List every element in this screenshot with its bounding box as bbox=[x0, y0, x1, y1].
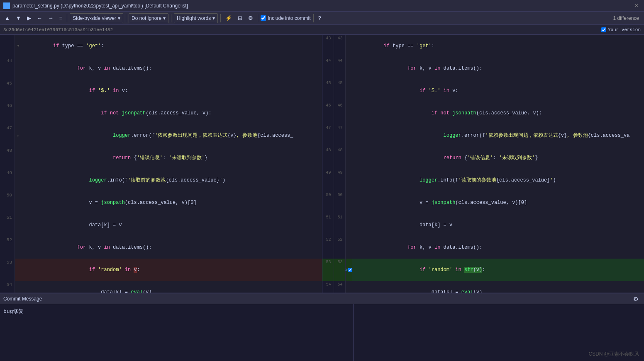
table-row: 48 48 return {'错误信息': '未读取到参数'} bbox=[322, 147, 644, 169]
line-marker: ▸ bbox=[15, 124, 22, 147]
line-number-left: 51 bbox=[322, 214, 334, 236]
line-content: return {'错误信息': '未读取到参数'} bbox=[22, 147, 322, 169]
line-number: 45 bbox=[0, 80, 15, 102]
ignore-label: Do not ignore bbox=[132, 15, 161, 21]
highlight-label: Highlight words bbox=[177, 15, 211, 21]
line-number: 53 bbox=[0, 259, 15, 281]
line-marker bbox=[15, 80, 22, 102]
your-version-label: Your version bbox=[601, 27, 641, 32]
line-content: for k, v in data.items(): bbox=[22, 236, 322, 259]
line-marker bbox=[15, 214, 22, 236]
line-number-left: 44 bbox=[322, 57, 334, 80]
viewer-label: Side-by-side viewer bbox=[73, 15, 116, 21]
table-row: 52 for k, v in data.items(): bbox=[0, 236, 322, 259]
line-number-left: 53 bbox=[322, 259, 334, 281]
line-content: if '$.' in v: bbox=[352, 80, 644, 102]
left-code-area[interactable]: ▼ if type == 'get': 44 for k, v in data.… bbox=[0, 35, 322, 293]
table-row: 48 return {'错误信息': '未读取到参数'} bbox=[0, 147, 322, 169]
line-number: 50 bbox=[0, 191, 15, 214]
table-row: 47 47 logger.error(f'依赖参数出现问题，依赖表达式{v}, … bbox=[322, 124, 644, 147]
line-marker bbox=[346, 57, 352, 80]
line-number-right: 43 bbox=[334, 35, 346, 57]
line-marker bbox=[15, 147, 22, 169]
table-row: 45 if '$.' in v: bbox=[0, 80, 322, 102]
line-number: 44 bbox=[0, 57, 15, 80]
line-marker bbox=[346, 80, 352, 102]
arrow-right-button[interactable]: → bbox=[46, 13, 56, 23]
your-version-checkbox[interactable] bbox=[601, 27, 606, 32]
line-marker bbox=[346, 281, 352, 293]
divider-3 bbox=[171, 14, 171, 22]
divider-4 bbox=[220, 14, 221, 22]
line-number: 49 bbox=[0, 169, 15, 191]
commit-body: bug修复 bbox=[0, 304, 644, 361]
line-number: 48 bbox=[0, 147, 15, 169]
nav-up-button[interactable]: ▲ bbox=[2, 13, 12, 23]
divider-5 bbox=[258, 14, 258, 22]
nav-right-button[interactable]: ▶ bbox=[25, 13, 33, 23]
menu-button[interactable]: ≡ bbox=[57, 13, 65, 23]
line-number-left: 46 bbox=[322, 102, 334, 124]
line-content: if '$.' in v: bbox=[22, 80, 322, 102]
line-content: if not jsonpath(cls.access_value, v): bbox=[352, 102, 644, 124]
include-commit-input[interactable] bbox=[261, 15, 266, 21]
info-bar: 3d35d6efc0421eaf0796716c513aa91b31ee1482… bbox=[0, 25, 644, 35]
commit-header: Commit Message ⚙ bbox=[0, 293, 644, 304]
help-button[interactable]: ? bbox=[316, 13, 323, 23]
line-number-right: 46 bbox=[334, 102, 346, 124]
settings-icon[interactable]: ⚙ bbox=[246, 13, 255, 23]
commit-settings-button[interactable]: ⚙ bbox=[631, 294, 641, 304]
table-row: 54 data[k] = eval(v) bbox=[0, 281, 322, 293]
line-content: v = jsonpath(cls.access_value, v)[0] bbox=[22, 191, 322, 214]
table-row: 52 52 for k, v in data.items(): bbox=[322, 236, 644, 259]
commit-header-title: Commit Message bbox=[3, 296, 42, 302]
viewer-dropdown[interactable]: Side-by-side viewer ▾ bbox=[70, 13, 123, 23]
line-number-right: 44 bbox=[334, 57, 346, 80]
line-marker bbox=[346, 124, 352, 147]
table-row: 51 data[k] = v bbox=[0, 214, 322, 236]
ignore-dropdown[interactable]: Do not ignore ▾ bbox=[129, 13, 168, 23]
line-marker bbox=[15, 281, 22, 293]
commit-message-input[interactable]: bug修复 bbox=[0, 304, 354, 361]
line-content: if type == 'get': bbox=[352, 35, 644, 57]
table-row: 49 49 logger.info(f'读取前的参数池{cls.access_v… bbox=[322, 169, 644, 191]
line-content: for k, v in data.items(): bbox=[22, 57, 322, 80]
highlight-dropdown[interactable]: Highlight words ▾ bbox=[174, 13, 218, 23]
line-content: if not jsonpath(cls.access_value, v): bbox=[22, 102, 322, 124]
line-number: 46 bbox=[0, 102, 15, 124]
table-row: 44 for k, v in data.items(): bbox=[0, 57, 322, 80]
line-number bbox=[0, 35, 15, 57]
line-number-left: 45 bbox=[322, 80, 334, 102]
line-number-right: 54 bbox=[334, 281, 346, 293]
table-row: 54 54 data[k] = eval(v) bbox=[322, 281, 644, 293]
arrow-left-button[interactable]: ← bbox=[35, 13, 44, 23]
table-row: 47 ▸ logger.error(f'依赖参数出现问题，依赖表达式{v}, 参… bbox=[0, 124, 322, 147]
line-marker: » bbox=[346, 259, 352, 281]
main-content: ▼ if type == 'get': 44 for k, v in data.… bbox=[0, 35, 644, 293]
line-content: if type == 'get': bbox=[22, 35, 322, 57]
line-marker bbox=[346, 147, 352, 169]
line-content: return {'错误信息': '未读取到参数'} bbox=[352, 147, 644, 169]
include-commit-label: Include into commit bbox=[268, 15, 310, 21]
table-row: 50 50 v = jsonpath(cls.access_value, v)[… bbox=[322, 191, 644, 214]
line-number-left: 50 bbox=[322, 191, 334, 214]
line-content: data[k] = eval(v) bbox=[352, 281, 644, 293]
line-number: 54 bbox=[0, 281, 15, 293]
line-marker bbox=[15, 259, 22, 281]
include-commit-checkbox[interactable]: Include into commit bbox=[261, 15, 310, 21]
watermark: CSDN @亚索不会吹风 bbox=[588, 351, 639, 358]
line-marker bbox=[346, 102, 352, 124]
window-title: parameter_setting.py (D:\python2022\pyte… bbox=[12, 3, 188, 9]
line-marker: ▼ bbox=[15, 35, 22, 57]
separator-icon[interactable]: ⚡ bbox=[223, 13, 234, 23]
close-button[interactable]: × bbox=[632, 2, 641, 10]
line-marker bbox=[346, 35, 352, 57]
grid-icon[interactable]: ⊞ bbox=[236, 13, 244, 23]
line-number-left: 43 bbox=[322, 35, 334, 57]
right-code-area[interactable]: 43 43 if type == 'get': 44 44 for k, v i… bbox=[322, 35, 644, 293]
line-number-left: 48 bbox=[322, 147, 334, 169]
nav-down-button[interactable]: ▼ bbox=[14, 13, 23, 23]
commit-hash: 3d35d6efc0421eaf0796716c513aa91b31ee1482 bbox=[3, 27, 113, 32]
line-content: data[k] = v bbox=[22, 214, 322, 236]
line-marker bbox=[15, 169, 22, 191]
